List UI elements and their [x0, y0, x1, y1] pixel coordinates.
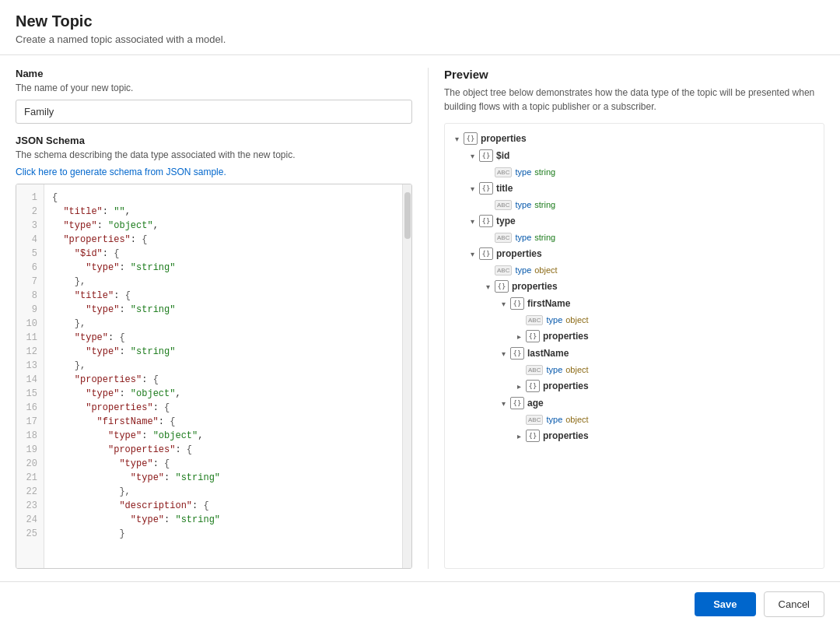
json-editor: 1234567891011121314151617181920212223242… [16, 184, 412, 569]
cancel-button[interactable]: Cancel [764, 591, 824, 617]
tree-node-age-type: ABC type object [445, 412, 824, 427]
tree-node-properties-child[interactable]: {} properties [445, 245, 824, 262]
braces-icon: {} [526, 330, 540, 342]
chevron-age[interactable] [498, 398, 509, 409]
abc-icon: ABC [495, 233, 512, 243]
chevron-empty [482, 199, 493, 210]
tree-node-properties-root[interactable]: {} properties [445, 130, 824, 147]
chevron-type[interactable] [467, 216, 478, 226]
preview-desc: The object tree below demonstrates how t… [444, 86, 824, 114]
tree-node-title-type: ABC type string [445, 197, 824, 212]
type-value: string [534, 167, 555, 177]
tree-node-properties-child-type: ABC type object [445, 262, 824, 278]
chevron-empty [513, 314, 524, 325]
chevron-lastname[interactable] [498, 348, 509, 359]
json-scrollbar-thumb [404, 192, 411, 239]
node-label: properties [543, 430, 589, 441]
tree-node-title[interactable]: {} title [445, 180, 824, 197]
name-label: Name [16, 68, 412, 79]
node-label: type [496, 216, 516, 226]
type-badge: type [546, 315, 562, 325]
node-label: properties [481, 133, 527, 144]
type-badge: type [515, 200, 531, 209]
json-desc: The schema describing the data type asso… [16, 149, 412, 160]
chevron-lastname-props[interactable] [513, 381, 524, 391]
braces-icon: {} [526, 430, 540, 442]
json-label: JSON Schema [16, 135, 412, 146]
chevron-empty [513, 364, 524, 375]
tree-node-age[interactable]: {} age [445, 395, 824, 412]
tree-node-lastname[interactable]: {} lastName [445, 345, 824, 362]
type-badge: type [546, 365, 562, 374]
tree-node-properties-sub[interactable]: {} properties [445, 278, 824, 295]
type-value: object [565, 415, 588, 424]
node-label: properties [496, 248, 542, 259]
save-button[interactable]: Save [695, 592, 755, 616]
tree-node-lastname-type: ABC type object [445, 362, 824, 377]
right-panel: Preview The object tree below demonstrat… [428, 68, 824, 569]
tree-node-age-props[interactable]: {} properties [445, 427, 824, 444]
braces-icon: {} [479, 247, 493, 260]
type-badge: type [515, 167, 531, 177]
type-badge: type [515, 265, 531, 275]
chevron-firstname[interactable] [498, 298, 509, 309]
braces-icon: {} [479, 215, 493, 227]
line-numbers: 1234567891011121314151617181920212223242… [16, 184, 44, 568]
chevron-properties-root[interactable] [451, 133, 462, 144]
tree-node-firstname-props[interactable]: {} properties [445, 328, 824, 345]
chevron-empty [482, 265, 493, 275]
node-label: title [496, 183, 513, 194]
node-label: properties [512, 281, 558, 292]
tree-node-firstname-type: ABC type object [445, 312, 824, 328]
tree-wrapper: {} properties {} $id ABC type string [444, 123, 824, 569]
chevron-age-props[interactable] [513, 430, 524, 441]
braces-icon: {} [510, 397, 524, 409]
abc-icon: ABC [495, 200, 512, 210]
chevron-properties-sub[interactable] [482, 281, 493, 292]
chevron-empty [482, 232, 493, 243]
type-value: object [534, 265, 557, 275]
node-label: age [527, 398, 544, 409]
code-editor[interactable]: { "title": "", "type": "object", "proper… [44, 184, 402, 568]
chevron-empty [482, 167, 493, 177]
abc-icon: ABC [526, 415, 543, 425]
node-label: firstName [527, 298, 570, 309]
braces-icon: {} [526, 380, 540, 392]
name-desc: The name of your new topic. [16, 82, 412, 93]
abc-icon: ABC [495, 265, 512, 275]
left-panel: Name The name of your new topic. JSON Sc… [16, 68, 412, 569]
footer: Save Cancel [0, 581, 840, 626]
json-schema-section: JSON Schema The schema describing the da… [16, 135, 412, 569]
tree-node-type-type: ABC type string [445, 230, 824, 245]
node-label: $id [496, 150, 509, 161]
abc-icon: ABC [495, 167, 512, 177]
tree-node-id[interactable]: {} $id [445, 147, 824, 164]
page-title: New Topic [16, 12, 824, 30]
tree-node-lastname-props[interactable]: {} properties [445, 377, 824, 395]
json-link[interactable]: Click here to generate schema from JSON … [16, 167, 412, 177]
preview-title: Preview [444, 68, 824, 81]
chevron-empty [513, 414, 524, 425]
abc-icon: ABC [526, 315, 543, 325]
chevron-id[interactable] [467, 150, 478, 161]
node-label: properties [543, 331, 589, 342]
type-value: object [565, 315, 588, 325]
node-label: lastName [527, 348, 569, 359]
chevron-firstname-props[interactable] [513, 331, 524, 342]
chevron-properties-child[interactable] [467, 248, 478, 259]
type-value: string [534, 233, 555, 242]
name-input[interactable] [16, 100, 412, 124]
tree-node-type[interactable]: {} type [445, 212, 824, 230]
tree-node-firstname[interactable]: {} firstName [445, 295, 824, 312]
name-section: Name The name of your new topic. [16, 68, 412, 124]
type-badge: type [546, 415, 562, 424]
type-badge: type [515, 233, 531, 242]
chevron-title[interactable] [467, 183, 478, 194]
braces-icon: {} [510, 297, 524, 310]
tree-node-id-type: ABC type string [445, 164, 824, 180]
json-scrollbar[interactable] [402, 184, 411, 568]
braces-icon: {} [495, 280, 509, 293]
page-subtitle: Create a named topic associated with a m… [16, 33, 824, 45]
braces-icon: {} [510, 347, 524, 360]
type-value: object [565, 365, 588, 374]
